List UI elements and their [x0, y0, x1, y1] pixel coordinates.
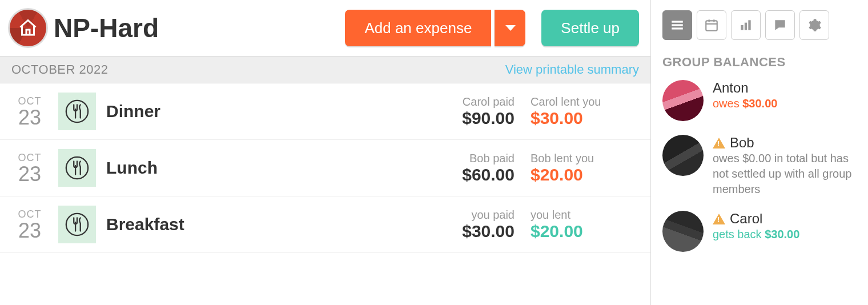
balance-text: gets back $30.00 [713, 227, 857, 242]
balance-info: Carolgets back $30.00 [713, 211, 857, 252]
month-header: OCTOBER 2022 View printable summary [0, 56, 650, 83]
balance-info: Bobowes $0.00 in total but has not settl… [713, 135, 857, 197]
food-icon [64, 211, 90, 238]
chevron-down-icon [505, 25, 516, 31]
balance-amount: $30.00 [765, 228, 799, 240]
svg-rect-5 [672, 27, 683, 29]
svg-rect-10 [741, 25, 743, 30]
expense-row[interactable]: OCT23LunchBob paid$60.00Bob lent you$20.… [0, 140, 650, 196]
add-expense-button[interactable]: Add an expense [345, 10, 491, 46]
svg-rect-4 [672, 24, 683, 26]
paid-label: Carol paid [406, 95, 515, 109]
paid-label: Bob paid [406, 152, 515, 165]
group-avatar [8, 8, 48, 48]
paid-label: you paid [406, 208, 515, 222]
month-label: OCTOBER 2022 [11, 62, 108, 77]
expense-row[interactable]: OCT23DinnerCarol paid$90.00Carol lent yo… [0, 83, 650, 140]
balance-row[interactable]: Carolgets back $30.00 [662, 211, 857, 252]
category-icon [58, 93, 96, 130]
lent-amount: $20.00 [531, 222, 639, 241]
warning-icon [713, 214, 725, 224]
lent-column: you lent$20.00 [531, 208, 639, 241]
sidebar: GROUP BALANCES Antonowes $30.00Bobowes $… [651, 0, 868, 305]
expense-title: Lunch [106, 158, 396, 178]
svg-point-0 [66, 101, 88, 122]
main-column: NP-Hard Add an expense Settle up OCTOBER… [0, 0, 651, 305]
group-header: NP-Hard Add an expense Settle up [0, 0, 650, 56]
balance-name: Bob [713, 135, 857, 151]
svg-rect-12 [748, 20, 750, 30]
balance-name: Anton [713, 80, 857, 96]
warning-icon [713, 138, 725, 149]
balance-row[interactable]: Antonowes $30.00 [662, 80, 857, 121]
expense-date-day: 23 [11, 220, 48, 241]
svg-point-1 [66, 157, 88, 179]
add-expense-dropdown-button[interactable] [495, 10, 525, 46]
expense-list: OCT23DinnerCarol paid$90.00Carol lent yo… [0, 83, 650, 253]
paid-amount: $30.00 [406, 222, 515, 241]
expense-title: Breakfast [106, 215, 396, 234]
paid-column: Carol paid$90.00 [406, 95, 515, 128]
expense-date-day: 23 [11, 107, 48, 128]
balances-list: Antonowes $30.00Bobowes $0.00 in total b… [662, 80, 857, 252]
group-title: NP-Hard [54, 13, 339, 43]
user-avatar [662, 135, 704, 176]
paid-column: Bob paid$60.00 [406, 152, 515, 184]
svg-rect-3 [672, 21, 683, 22]
printable-summary-link[interactable]: View printable summary [505, 62, 639, 77]
balance-row[interactable]: Bobowes $0.00 in total but has not settl… [662, 135, 857, 197]
expense-date: OCT23 [11, 208, 48, 241]
expense-date: OCT23 [11, 152, 48, 184]
sidebar-tabs [662, 10, 857, 40]
chart-icon [738, 18, 753, 33]
user-avatar [662, 211, 704, 252]
list-icon [670, 18, 685, 33]
comment-icon [773, 18, 787, 33]
lent-column: Carol lent you$30.00 [531, 95, 639, 128]
balance-text: owes $30.00 [713, 96, 857, 111]
expense-date: OCT23 [11, 95, 48, 128]
balances-heading: GROUP BALANCES [662, 55, 857, 70]
lent-label: Carol lent you [531, 95, 639, 109]
tab-list[interactable] [662, 10, 692, 40]
gear-icon [807, 18, 822, 33]
balance-amount: $30.00 [742, 97, 777, 110]
lent-label: you lent [531, 208, 639, 222]
food-icon [64, 155, 90, 181]
lent-amount: $30.00 [531, 109, 639, 128]
category-icon [58, 206, 96, 243]
lent-amount: $20.00 [531, 165, 639, 184]
tab-comments[interactable] [765, 10, 795, 40]
category-icon [58, 149, 96, 187]
lent-column: Bob lent you$20.00 [531, 152, 639, 184]
paid-amount: $60.00 [406, 165, 515, 184]
paid-column: you paid$30.00 [406, 208, 515, 241]
lent-label: Bob lent you [531, 152, 639, 165]
expense-row[interactable]: OCT23Breakfastyou paid$30.00you lent$20.… [0, 196, 650, 253]
svg-point-2 [66, 214, 88, 235]
svg-rect-6 [706, 21, 717, 30]
user-avatar [662, 80, 704, 121]
balance-info: Antonowes $30.00 [713, 80, 857, 121]
svg-rect-11 [745, 23, 747, 30]
tab-settings[interactable] [799, 10, 829, 40]
food-icon [64, 98, 90, 125]
paid-amount: $90.00 [406, 109, 515, 128]
expense-title: Dinner [106, 102, 396, 121]
settle-up-button[interactable]: Settle up [541, 10, 639, 46]
balance-name: Carol [713, 211, 857, 227]
tab-calendar[interactable] [697, 10, 726, 40]
tab-chart[interactable] [731, 10, 761, 40]
balance-text: owes $0.00 in total but has not settled … [713, 151, 857, 197]
expense-date-day: 23 [11, 164, 48, 184]
calendar-icon [704, 18, 719, 33]
